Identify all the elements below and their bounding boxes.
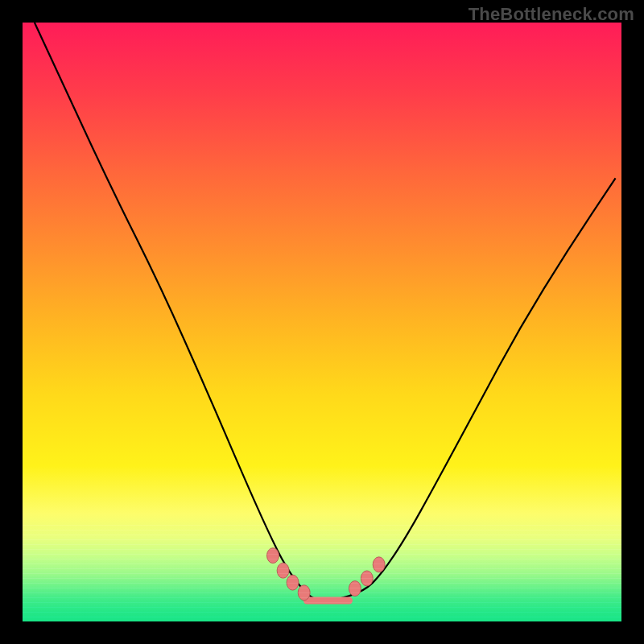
- watermark-text: TheBottleneck.com: [469, 4, 634, 25]
- marker-dot: [298, 585, 310, 601]
- chart-svg: [23, 23, 621, 621]
- marker-dot: [266, 548, 279, 564]
- chart-frame: TheBottleneck.com: [0, 0, 644, 644]
- marker-dot: [277, 563, 289, 578]
- marker-dot: [361, 571, 373, 586]
- v-curve-line: [35, 23, 616, 601]
- marker-dot: [287, 575, 299, 590]
- marker-dot: [373, 557, 385, 572]
- marker-dot: [349, 581, 361, 597]
- plot-area: [23, 23, 621, 621]
- marker-group: [266, 548, 385, 601]
